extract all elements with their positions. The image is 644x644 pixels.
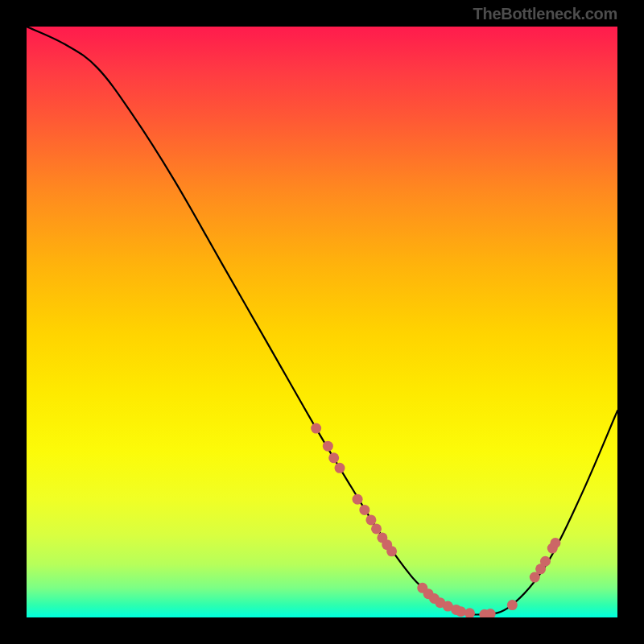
chart	[27, 27, 617, 617]
attribution-text: TheBottleneck.com	[473, 5, 617, 23]
chart-gradient-background	[27, 27, 617, 617]
